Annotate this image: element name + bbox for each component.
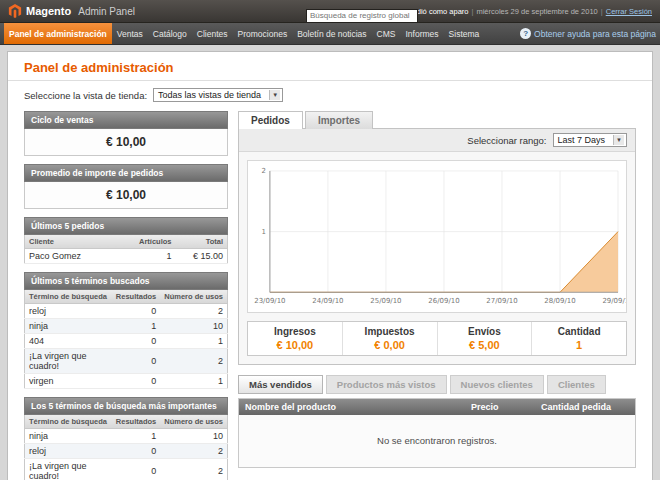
nav-item-dashboard[interactable]: Panel de administración [4,23,112,44]
cell-term: ninja [25,319,112,334]
svg-text:28/09/10: 28/09/10 [544,297,575,305]
cell-uses: 2 [160,304,227,319]
nav-item-boletin[interactable]: Boletín de noticias [292,23,371,44]
total-value: € 10,00 [250,339,340,351]
table-row: ¡La virgen que cuadro! 0 2 [25,459,228,480]
chart-tabs: Pedidos Importes [238,111,636,129]
cell-uses: 1 [160,374,227,389]
cell-uses: 1 [160,334,227,349]
cell-uses: 10 [160,319,227,334]
current-date: miércoles 29 de septiembre de 2010 [476,7,597,16]
help-label: Obtener ayuda para esta página [534,29,656,39]
content-frame: Panel de administración Seleccione la vi… [7,51,653,480]
total-label: Ingresos [250,326,340,337]
svg-text:2: 2 [261,167,265,175]
header-meta: Accedió como aparo | miércoles 29 de sep… [400,7,652,16]
cell-term: ¡La virgen que cuadro! [25,349,112,374]
column-header: Término de búsqueda [25,290,112,304]
table-row: 404 0 1 [25,334,228,349]
svg-text:1: 1 [261,228,265,236]
tab-mas-vendidos[interactable]: Más vendidos [238,375,323,394]
cell-results: 0 [112,304,160,319]
column-header: Artículos [134,235,176,249]
cell-uses: 10 [160,429,227,444]
svg-text:24/09/10: 24/09/10 [312,297,343,305]
column-header: Número de usos [160,290,227,304]
logout-link[interactable]: Cerrar Sesión [606,7,652,16]
svg-text:27/09/10: 27/09/10 [486,297,517,305]
total-ingresos: Ingresos € 10,00 [248,322,342,355]
last-orders-table: Cliente Artículos Total Paco Gomez 1 € 1… [24,235,228,264]
lifetime-sales-value: € 10,00 [24,129,228,156]
total-label: Impuestos [345,326,435,337]
range-select[interactable]: Last 7 Days ▼ [553,133,627,147]
table-row: ninja 1 10 [25,319,228,334]
product-grid-tabs: Más vendidos Productos más vistos Nuevos… [238,375,636,394]
products-grid-header: Nombre del producto Precio Cantidad pedi… [239,399,635,415]
column-header: Término de búsqueda [25,415,112,429]
store-view-label: Seleccione la vista de tienda: [24,90,147,101]
tab-nuevos-clientes[interactable]: Nuevos clientes [450,375,544,394]
tab-productos-mas-vistos[interactable]: Productos más vistos [326,375,447,394]
magento-admin-screen: Magento Admin Panel Accedió como aparo |… [0,0,660,480]
nav-item-catalogo[interactable]: Catálogo [148,23,192,44]
chevron-down-icon: ▼ [613,135,624,145]
cell-results: 1 [112,319,160,334]
card-title: Últimos 5 pedidos [24,217,228,235]
card-title: Últimos 5 términos buscados [24,272,228,290]
cell-results: 0 [112,334,160,349]
nav-item-clientes[interactable]: Clientes [192,23,233,44]
column-header: Cliente [25,235,134,249]
nav-item-informes[interactable]: Informes [401,23,444,44]
cell-results: 0 [112,459,160,480]
table-row: ninja 1 10 [25,429,228,444]
svg-text:23/09/10: 23/09/10 [254,297,285,305]
cell-term: reloj [25,444,112,459]
total-impuestos: Impuestos € 0,00 [342,322,437,355]
last-search-terms-card: Últimos 5 términos buscados Término de b… [24,272,228,389]
last-orders-card: Últimos 5 pedidos Cliente Artículos Tota… [24,217,228,264]
logo-suffix: Admin Panel [78,6,135,17]
nav-item-cms[interactable]: CMS [372,23,401,44]
cell-total: € 15.00 [176,249,228,264]
totals-row: Ingresos € 10,00 Impuestos € 0,00 Envíos… [247,321,627,356]
table-row: reloj 0 2 [25,444,228,459]
dashboard-columns: Ciclo de ventas € 10,00 Promedio de impo… [8,105,652,480]
cell-term: reloj [25,304,112,319]
nav-item-ventas[interactable]: Ventas [112,23,148,44]
svg-text:26/09/10: 26/09/10 [428,297,459,305]
nav-item-promociones[interactable]: Promociones [233,23,293,44]
orders-chart: 23/09/1024/09/1025/09/1026/09/1027/09/10… [247,160,627,313]
nav-item-sistema[interactable]: Sistema [444,23,485,44]
total-envios: Envíos € 5,00 [437,322,532,355]
column-header: Número de usos [160,415,227,429]
column-header: Total [176,235,228,249]
cell-term: virgen [25,374,112,389]
page-help-link[interactable]: ? Obtener ayuda para esta página [520,23,656,44]
global-search-input[interactable] [306,9,418,23]
cell-customer: Paco Gomez [25,249,134,264]
orders-panel: Seleccionar rango: Last 7 Days ▼ 23/09/1… [238,128,636,365]
last-search-terms-table: Término de búsqueda Resultados Número de… [24,290,228,389]
tab-pedidos[interactable]: Pedidos [238,111,303,129]
header: Magento Admin Panel Accedió como aparo |… [0,0,660,23]
total-label: Envíos [440,326,530,337]
card-title: Promedio de importe de pedidos [24,164,228,182]
orders-area-chart: 23/09/1024/09/1025/09/1026/09/1027/09/10… [248,161,626,312]
column-header: Resultados [112,415,160,429]
cell-term: ¡La virgen que cuadro! [25,459,112,480]
total-cantidad: Cantidad 1 [531,322,626,355]
table-row: reloj 0 2 [25,304,228,319]
magento-logo: Magento Admin Panel [8,4,135,18]
tab-clientes[interactable]: Clientes [547,375,606,394]
top-search-terms-table: Término de búsqueda Resultados Número de… [24,415,228,480]
range-label: Seleccionar rango: [467,135,546,146]
tab-importes[interactable]: Importes [305,111,373,129]
help-icon: ? [520,28,531,39]
chevron-down-icon: ▼ [269,90,280,100]
logo-text: Magento [26,5,71,17]
chart-toolbar: Seleccionar rango: Last 7 Days ▼ [239,129,635,152]
magento-logo-icon [8,4,22,18]
store-view-value: Todas las vistas de tienda [158,90,261,100]
store-view-select[interactable]: Todas las vistas de tienda ▼ [153,88,283,102]
